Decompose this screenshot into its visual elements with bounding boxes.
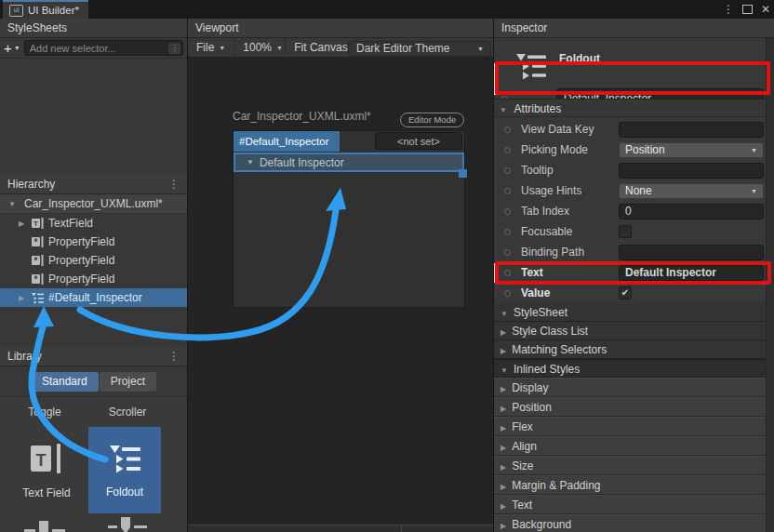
foldout-arrow-icon[interactable]: ▼	[247, 158, 254, 166]
section-matching-selectors[interactable]: ▶Matching Selectors	[494, 340, 767, 359]
usage-hints-dropdown[interactable]: None ▼	[619, 183, 764, 199]
canvas-foldout-element[interactable]: ▼ Default Inspector	[234, 153, 464, 172]
attr-row-tab-index: Tab Index	[494, 201, 767, 221]
binding-path-input[interactable]	[619, 245, 764, 260]
ui-builder-icon	[9, 5, 23, 17]
library-item-foldout[interactable]: Foldout	[88, 427, 161, 513]
propertyfield-icon: *	[32, 255, 44, 266]
foldout-icon	[514, 50, 548, 85]
chevron-down-icon: ▼	[751, 188, 757, 194]
library-item-toggle-label[interactable]: Toggle	[3, 406, 87, 419]
stylesheets-toolbar: + ▼ ⋮	[0, 38, 187, 59]
theme-dropdown[interactable]: Dark Editor Theme ▼	[348, 41, 491, 57]
viewport-canvas-area[interactable]: Car_Inspector_UXML.uxml* Editor Mode #De…	[188, 58, 493, 525]
section-display[interactable]: ▶Display	[494, 378, 767, 397]
library-item-scroller-label[interactable]: Scroller	[86, 406, 169, 419]
foldout-arrow-icon[interactable]: ▶	[17, 294, 26, 302]
tab-ui-builder[interactable]: UI Builder*	[3, 0, 88, 19]
library-item-text-field[interactable]: T Text Field	[7, 427, 86, 513]
attr-row-text: Text	[494, 262, 767, 283]
textfield-icon: T	[32, 218, 44, 229]
picking-mode-dropdown[interactable]: Position ▼	[619, 142, 764, 158]
binding-indicator-icon	[504, 188, 511, 194]
section-size[interactable]: ▶Size	[494, 456, 767, 475]
section-stylesheet[interactable]: ▼StyleSheet	[494, 303, 767, 322]
canvas-document[interactable]: #Default_Inspector <not set> ▼ Default I…	[233, 130, 465, 308]
propertyfield-icon: *	[32, 236, 44, 247]
attr-row-binding-path: Binding Path	[494, 242, 767, 262]
hierarchy-tree: ▼ Car_Inspector_UXML.uxml* ▶ T TextField…	[0, 194, 187, 307]
hierarchy-item-propertyfield[interactable]: * PropertyField	[0, 251, 187, 270]
maximize-icon[interactable]	[742, 5, 753, 14]
focusable-checkbox[interactable]	[619, 225, 632, 238]
resize-handle[interactable]	[459, 169, 467, 178]
section-text[interactable]: ▶Text	[494, 495, 767, 514]
text-attribute-input[interactable]	[619, 265, 764, 281]
editor-mode-badge: Editor Mode	[400, 113, 464, 127]
chevron-down-icon: ▼	[276, 45, 283, 51]
slider-icon[interactable]	[24, 518, 65, 532]
tab-index-input[interactable]	[619, 204, 764, 219]
attr-row-value: Value	[494, 283, 767, 303]
viewport-panel: Viewport File ▼ 100% ▼ Fit Canvas Dark E…	[188, 19, 493, 532]
window-tab-bar: UI Builder* ⋮ ✕	[0, 0, 774, 20]
section-position[interactable]: ▶Position	[494, 397, 767, 417]
foldout-arrow-icon[interactable]: ▶	[17, 219, 26, 228]
library-menu-icon[interactable]: ⋮	[168, 347, 180, 366]
hierarchy-item-propertyfield[interactable]: * PropertyField	[0, 233, 187, 251]
binding-indicator-icon	[504, 249, 511, 256]
add-selector-input[interactable]	[24, 40, 183, 56]
add-selector-button[interactable]: + ▼	[4, 41, 20, 55]
chevron-down-icon: ▼	[751, 147, 757, 153]
attr-row-usage-hints: Usage Hints None ▼	[494, 180, 767, 201]
binding-indicator-icon	[504, 229, 511, 235]
close-icon[interactable]: ✕	[761, 0, 770, 19]
inspector-scrollbar[interactable]	[766, 38, 774, 532]
value-checkbox[interactable]	[619, 286, 632, 299]
selector-options-icon[interactable]: ⋮	[168, 43, 180, 54]
fit-canvas-button[interactable]: Fit Canvas	[286, 38, 356, 58]
foldout-icon	[32, 292, 44, 304]
attributes-section-header[interactable]: ▼ Attributes	[494, 99, 767, 117]
library-list: Toggle Scroller T Text Field Foldout	[0, 396, 187, 532]
section-margin-padding[interactable]: ▶Margin & Padding	[494, 475, 767, 495]
section-align[interactable]: ▶Align	[494, 436, 767, 456]
canvas-title: Car_Inspector_UXML.uxml*	[233, 110, 371, 123]
attr-row-view-data-key: View Data Key	[494, 119, 767, 140]
hierarchy-item-textfield[interactable]: ▶ T TextField	[0, 214, 187, 233]
hierarchy-item-propertyfield[interactable]: * PropertyField	[0, 270, 187, 288]
propertyfield-icon: *	[32, 273, 44, 285]
zoom-dropdown[interactable]: 100% ▼	[234, 38, 286, 58]
section-flex[interactable]: ▶Flex	[494, 417, 767, 436]
tab-title: UI Builder*	[28, 5, 79, 16]
section-inlined-styles[interactable]: ▼Inlined Styles	[494, 359, 767, 378]
section-background[interactable]: ▶Background	[494, 514, 767, 532]
hierarchy-header: Hierarchy ⋮	[0, 175, 187, 194]
override-indicator	[494, 263, 497, 283]
canvas-header-value[interactable]: <not set>	[375, 132, 462, 150]
hierarchy-item-default-inspector[interactable]: ▶ #Default_Inspector	[0, 288, 187, 307]
file-menu-button[interactable]: File ▼	[188, 38, 234, 58]
slider-int-icon[interactable]	[108, 514, 149, 532]
text-field-icon: T	[27, 442, 66, 478]
binding-indicator-icon	[504, 270, 511, 276]
window-menu-icon[interactable]: ⋮	[723, 0, 734, 19]
section-style-class-list[interactable]: ▶Style Class List	[494, 322, 767, 340]
viewport-toolbar: File ▼ 100% ▼ Fit Canvas Dark Editor The…	[188, 38, 493, 58]
attr-row-tooltip: Tooltip	[494, 160, 767, 180]
tooltip-input[interactable]	[619, 163, 764, 179]
hierarchy-menu-icon[interactable]: ⋮	[168, 175, 180, 194]
override-indicator	[494, 63, 497, 95]
inspector-panel: Inspector Foldout ▼ Attributes View Data…	[494, 19, 774, 532]
canvas-name-tab[interactable]: #Default_Inspector	[234, 131, 340, 152]
chevron-down-icon: ▼	[477, 46, 484, 52]
panel-divider[interactable]	[187, 19, 188, 532]
tab-project[interactable]: Project	[100, 372, 156, 392]
left-panel: StyleSheets + ▼ ⋮ Hierarchy ⋮ ▼ Car_Insp…	[0, 19, 187, 532]
svg-text:*: *	[34, 237, 38, 247]
hierarchy-item-root[interactable]: ▼ Car_Inspector_UXML.uxml*	[0, 194, 187, 214]
tab-standard[interactable]: Standard	[31, 372, 99, 392]
view-data-key-input[interactable]	[619, 122, 764, 138]
foldout-arrow-icon[interactable]: ▼	[7, 200, 17, 208]
viewport-statusbar	[188, 525, 493, 532]
